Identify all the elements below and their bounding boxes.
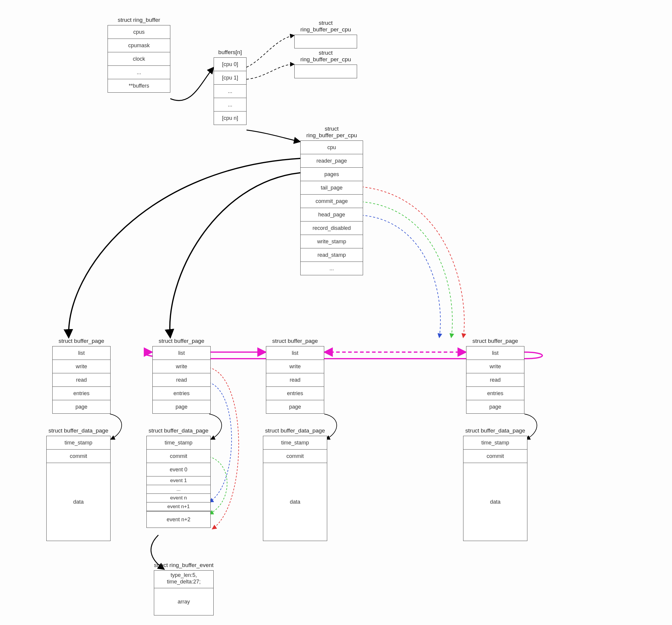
field: event 0 (146, 463, 211, 477)
array-item: [cpu 1] (214, 71, 246, 85)
field: head_page (300, 208, 363, 222)
ring-buffer-title: struct ring_buffer (107, 17, 170, 23)
array-item: ... (214, 85, 246, 98)
field: read (466, 373, 524, 387)
data-area: data (463, 463, 527, 541)
array-item: ... (214, 98, 246, 112)
field: read (52, 373, 111, 387)
field: entries (266, 387, 324, 400)
data-area: data (263, 463, 327, 541)
field: commit (463, 449, 527, 463)
field: list (52, 346, 111, 360)
array-item: [cpu 0] (214, 57, 246, 71)
field: time_stamp (263, 436, 327, 449)
field: pages (300, 168, 363, 181)
buffer-page-title: struct buffer_page (266, 338, 324, 344)
struct-buffer-data-page-4: struct buffer_data_page time_stamp commi… (463, 427, 527, 541)
field: commit (263, 449, 327, 463)
field: entries (52, 387, 111, 400)
buffers-array: buffers[n] [cpu 0] [cpu 1] ... ... [cpu … (214, 49, 246, 125)
field: event n+2 (146, 511, 211, 528)
field: read (152, 373, 211, 387)
field: event n (146, 494, 211, 503)
struct-buffer-page-2: struct buffer_page list write read entri… (152, 338, 211, 414)
per-cpu-title: struct ring_buffer_per_cpu (300, 125, 363, 139)
field: commit_page (300, 194, 363, 208)
field: time_stamp (146, 436, 211, 449)
field: write (266, 360, 324, 373)
struct-ring-buffer: struct ring_buffer cpus cpumask clock ..… (107, 17, 170, 93)
field: read (266, 373, 324, 387)
per-cpu-title: struct ring_buffer_per_cpu (294, 20, 357, 33)
field: ... (146, 485, 211, 494)
field: list (152, 346, 211, 360)
field: type_len:5, time_delta:27; (154, 570, 214, 588)
data-area: data (46, 463, 111, 541)
field: write (52, 360, 111, 373)
empty-box (294, 65, 357, 78)
field: tail_page (300, 181, 363, 194)
buffer-page-title: struct buffer_page (52, 338, 111, 344)
rbe-line1: type_len:5, (171, 572, 197, 578)
field: event n+1 (146, 503, 211, 511)
ring-buffer-event-title: struct ring_buffer_event (154, 562, 214, 569)
field: read_stamp (300, 248, 363, 262)
empty-box (294, 35, 357, 48)
struct-buffer-data-page-3: struct buffer_data_page time_stamp commi… (263, 427, 327, 541)
field: write (152, 360, 211, 373)
field: clock (107, 52, 170, 66)
struct-buffer-data-page-2: struct buffer_data_page time_stamp commi… (146, 427, 211, 528)
field: event 1 (146, 477, 211, 485)
array-item: [cpu n] (214, 112, 246, 125)
field: entries (466, 387, 524, 400)
field: time_stamp (46, 436, 111, 449)
field: page (466, 400, 524, 414)
buffer-data-page-title: struct buffer_data_page (46, 427, 111, 434)
field: commit (46, 449, 111, 463)
field: list (266, 346, 324, 360)
buffer-page-title: struct buffer_page (466, 338, 524, 344)
buffers-array-title: buffers[n] (214, 49, 246, 55)
field: reader_page (300, 154, 363, 168)
field: list (466, 346, 524, 360)
struct-buffer-page-1: struct buffer_page list write read entri… (52, 338, 111, 414)
rbe-line2: time_delta:27; (167, 579, 200, 585)
field: ... (107, 66, 170, 79)
field: write (466, 360, 524, 373)
field: cpus (107, 25, 170, 39)
field: page (52, 400, 111, 414)
field: cpumask (107, 39, 170, 52)
field: write_stamp (300, 235, 363, 248)
struct-buffer-page-3: struct buffer_page list write read entri… (266, 338, 324, 414)
field: ... (300, 262, 363, 275)
field: page (266, 400, 324, 414)
buffer-data-page-title: struct buffer_data_page (146, 427, 211, 434)
buffer-data-page-title: struct buffer_data_page (263, 427, 327, 434)
buffer-page-title: struct buffer_page (152, 338, 211, 344)
struct-buffer-data-page-1: struct buffer_data_page time_stamp commi… (46, 427, 111, 541)
per-cpu-title: struct ring_buffer_per_cpu (294, 50, 357, 63)
field: record_disabled (300, 222, 363, 235)
struct-per-cpu: struct ring_buffer_per_cpu cpu reader_pa… (300, 125, 363, 275)
field: entries (152, 387, 211, 400)
struct-buffer-page-4: struct buffer_page list write read entri… (466, 338, 524, 414)
struct-per-cpu-empty-2: struct ring_buffer_per_cpu (294, 50, 357, 78)
field: commit (146, 449, 211, 463)
field: page (152, 400, 211, 414)
struct-ring-buffer-event: struct ring_buffer_event type_len:5, tim… (154, 562, 214, 616)
field: **buffers (107, 79, 170, 93)
buffer-data-page-title: struct buffer_data_page (463, 427, 527, 434)
field: cpu (300, 140, 363, 154)
struct-per-cpu-empty-1: struct ring_buffer_per_cpu (294, 20, 357, 48)
field: time_stamp (463, 436, 527, 449)
field: array (154, 588, 214, 616)
